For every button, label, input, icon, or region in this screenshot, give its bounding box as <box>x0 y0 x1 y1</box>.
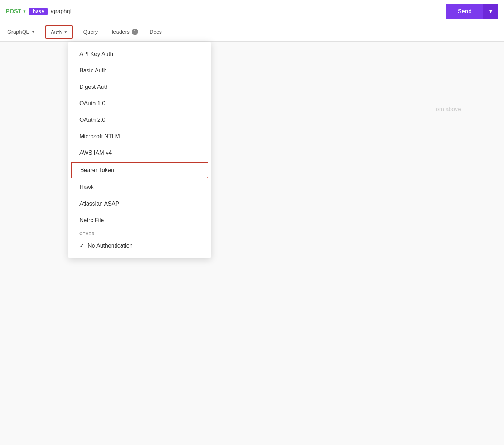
tab-graphql-label: GraphQL <box>7 29 29 35</box>
dropdown-label-api-key-auth: API Key Auth <box>79 51 113 57</box>
no-auth-checkmark: ✓ <box>79 242 84 249</box>
dropdown-label-bearer-token: Bearer Token <box>80 167 114 173</box>
dropdown-item-api-key-auth[interactable]: API Key Auth <box>68 46 211 62</box>
send-dropdown-button[interactable]: ▼ <box>483 4 498 19</box>
send-button-group: Send ▼ <box>446 4 498 19</box>
url-path[interactable]: /graphql <box>50 8 71 15</box>
tab-graphql-arrow: ▼ <box>32 30 35 34</box>
dropdown-label-no-auth: No Authentication <box>88 243 132 249</box>
tab-auth[interactable]: Auth ▼ <box>45 25 73 39</box>
dropdown-item-netrc-file[interactable]: Netrc File <box>68 212 211 229</box>
dropdown-label-basic-auth: Basic Auth <box>79 67 107 74</box>
auth-dropdown-menu: API Key Auth Basic Auth Digest Auth OAut… <box>68 42 211 258</box>
tab-docs[interactable]: Docs <box>148 24 163 40</box>
tab-headers[interactable]: Headers 1 <box>108 24 140 41</box>
dropdown-item-bearer-token[interactable]: Bearer Token <box>71 162 208 178</box>
background-hint: om above <box>436 106 461 113</box>
dropdown-label-netrc-file: Netrc File <box>79 217 104 224</box>
top-bar: POST ▼ base /graphql Send ▼ <box>0 0 504 23</box>
dropdown-label-aws-iam-v4: AWS IAM v4 <box>79 150 112 156</box>
dropdown-label-oauth1: OAuth 1.0 <box>79 100 105 107</box>
other-section-label: OTHER <box>79 231 95 236</box>
dropdown-label-microsoft-ntlm: Microsoft NTLM <box>79 133 120 140</box>
base-environment-badge[interactable]: base <box>29 8 48 15</box>
dropdown-item-aws-iam-v4[interactable]: AWS IAM v4 <box>68 145 211 161</box>
dropdown-item-hawk[interactable]: Hawk <box>68 179 211 196</box>
method-label: POST <box>6 8 21 15</box>
other-section-divider: OTHER <box>68 229 211 237</box>
main-content: om above API Key Auth Basic Auth Digest … <box>0 42 504 445</box>
dropdown-label-atlassian-asap: Atlassian ASAP <box>79 201 119 207</box>
tab-bar: GraphQL ▼ Auth ▼ Query Headers 1 Docs <box>0 23 504 42</box>
headers-badge: 1 <box>132 29 138 35</box>
dropdown-label-digest-auth: Digest Auth <box>79 84 109 90</box>
tab-graphql[interactable]: GraphQL ▼ <box>6 24 37 40</box>
tab-query-label: Query <box>83 29 98 35</box>
tab-auth-arrow: ▼ <box>64 30 67 34</box>
dropdown-item-basic-auth[interactable]: Basic Auth <box>68 62 211 79</box>
dropdown-item-oauth1[interactable]: OAuth 1.0 <box>68 95 211 112</box>
dropdown-label-hawk: Hawk <box>79 184 94 191</box>
divider-line <box>99 234 200 234</box>
dropdown-item-oauth2[interactable]: OAuth 2.0 <box>68 112 211 128</box>
tab-query[interactable]: Query <box>82 24 99 40</box>
dropdown-item-no-auth[interactable]: ✓ No Authentication <box>68 237 211 254</box>
dropdown-item-microsoft-ntlm[interactable]: Microsoft NTLM <box>68 128 211 145</box>
tab-docs-label: Docs <box>150 29 162 35</box>
method-dropdown-arrow: ▼ <box>23 9 26 13</box>
tab-auth-label: Auth <box>51 29 62 35</box>
tab-headers-label: Headers <box>109 29 130 35</box>
send-button[interactable]: Send <box>446 4 483 19</box>
dropdown-item-digest-auth[interactable]: Digest Auth <box>68 79 211 95</box>
dropdown-label-oauth2: OAuth 2.0 <box>79 117 105 123</box>
dropdown-item-atlassian-asap[interactable]: Atlassian ASAP <box>68 196 211 212</box>
method-selector[interactable]: POST ▼ <box>6 8 26 15</box>
